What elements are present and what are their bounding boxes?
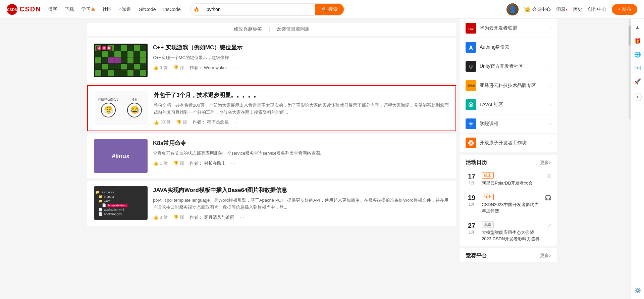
article-thumb-java: 📁resources 📁mapper 📁word 📄template.docx … bbox=[94, 186, 148, 220]
plus-btn[interactable]: + bbox=[634, 93, 642, 101]
thumb-up-icon: 👍 bbox=[153, 65, 158, 70]
more-options-k8s[interactable]: ··· bbox=[231, 160, 235, 166]
java-thumb-art: 📁resources 📁mapper 📁word 📄template.docx … bbox=[94, 186, 148, 220]
rocket-btn[interactable]: 🚀 bbox=[632, 75, 644, 87]
search-bar: 🔥 🔍 搜索 bbox=[190, 3, 344, 16]
search-icon: 🔍 bbox=[321, 7, 327, 12]
unity-logo: U bbox=[466, 61, 476, 72]
thumb-down-icon: 👎 bbox=[176, 120, 181, 125]
nav-community[interactable]: 社区 bbox=[102, 6, 112, 12]
expand-icon[interactable]: ⤢ bbox=[547, 222, 551, 229]
meme-left: 有编程功底么？ 😤 bbox=[97, 93, 120, 123]
more-options-cpp[interactable]: ··· bbox=[232, 65, 237, 71]
msg-dot: ● bbox=[566, 8, 568, 11]
more-options-outsource[interactable]: ··· bbox=[234, 119, 238, 125]
more-options-java[interactable]: ··· bbox=[240, 214, 244, 220]
like-count-cpp[interactable]: 👍 9 赞 bbox=[153, 65, 168, 71]
amazon-logo: 亚马逊 bbox=[466, 80, 476, 91]
sidebar-item-huawei[interactable]: HW 华为云开发者联盟 › bbox=[460, 19, 557, 38]
sidebar-item-unity[interactable]: U Unity官方开发者社区 › bbox=[460, 57, 557, 76]
chevron-right-icon: › bbox=[550, 121, 551, 126]
activity-title-1[interactable]: CSDN2023中国开发者影响力年度评选 bbox=[482, 201, 541, 214]
member-center-btn[interactable]: 👑 会员中心 bbox=[524, 6, 551, 12]
article-desc-outsource: 整份文档一共有将近200页，全部为大家展示出来肯定是不太现实的，为了不影响大家的… bbox=[154, 102, 449, 116]
sidebar-item-amazon[interactable]: 亚马逊 亚马逊云科技技术品牌专区 › bbox=[460, 76, 557, 95]
author-java: 作者：雾月清风与谁同 bbox=[190, 214, 234, 220]
svg-point-11 bbox=[470, 104, 472, 106]
sidebar-item-laval[interactable]: LAVAL社区 › bbox=[460, 95, 557, 114]
headset-icon[interactable]: 🎧 bbox=[545, 194, 551, 201]
sidebar-partner-card: HW 华为云开发者联盟 › Authing身份云 › bbox=[460, 19, 557, 152]
history-btn[interactable]: 历史 bbox=[573, 6, 582, 12]
nav-zhidao[interactable]: ○知道 bbox=[119, 6, 131, 12]
search-button[interactable]: 🔍 搜索 bbox=[315, 4, 344, 15]
article-desc-k8s: 查看集群各节点的状态部署应用删除一个service服务查询service服务列表… bbox=[153, 150, 449, 157]
activity-title-0[interactable]: 阿里云PolarDB开发者大会 bbox=[482, 180, 543, 187]
sidebar-item-academy[interactable]: 学 学院课程 › bbox=[460, 114, 557, 134]
laval-logo bbox=[466, 99, 476, 110]
activity-title-2[interactable]: 大模型智能应用生态大会暨2023 CSDN开发者影响力盛典 bbox=[482, 229, 543, 242]
like-count-outsource[interactable]: 👍 33 赞 bbox=[154, 119, 171, 125]
dislike-k8s[interactable]: 👎 踩 bbox=[173, 160, 184, 166]
interest-divider: | bbox=[269, 27, 270, 32]
article-card-outsource[interactable]: 有编程功底么？ 😤 没有 😂 外包干了3个月，技术退步明显。。。。。 整份文档一… bbox=[87, 85, 456, 131]
chevron-right-icon: › bbox=[550, 64, 551, 69]
dislike-java[interactable]: 👎 踩 bbox=[173, 214, 184, 220]
feedback-link[interactable]: 反馈信息流问题 bbox=[277, 26, 310, 32]
authing-label: Authing身份云 bbox=[480, 44, 547, 50]
chevron-right-icon: › bbox=[550, 26, 551, 31]
nav-learn[interactable]: 学习新 bbox=[82, 6, 95, 12]
contest-more-btn[interactable]: 更多> bbox=[540, 253, 551, 259]
activity-info-0: 线上 阿里云PolarDB开发者大会 bbox=[482, 172, 543, 187]
nav-gitcode[interactable]: GitCode bbox=[139, 7, 156, 12]
panel-divider bbox=[633, 90, 642, 90]
sidebar: HW 华为云开发者联盟 › Authing身份云 › bbox=[456, 19, 557, 265]
article-body-cpp: C++ 实现游戏（例如MC）键位显示 C++实现一个MC的键位显示，超级像样 👍… bbox=[153, 44, 449, 77]
scroll-top-btn[interactable]: ▲ bbox=[632, 21, 644, 34]
interest-tag-link[interactable]: 修改兴趣标签 bbox=[234, 26, 262, 32]
meme-right: 没有 😂 bbox=[123, 93, 146, 123]
content-area: 修改兴趣标签 | 反馈信息流问题 A S D bbox=[87, 19, 456, 265]
article-body-java: JAVA实现向Word模板中插入Base64图片和数据信息 poi-tl（poi… bbox=[153, 186, 449, 220]
thumb-down-icon: 👎 bbox=[173, 215, 178, 220]
dislike-cpp[interactable]: 👎 踩 bbox=[173, 65, 184, 71]
thumb-up-icon: 👍 bbox=[154, 120, 159, 125]
activity-more-btn[interactable]: 更多> bbox=[540, 160, 551, 166]
sidebar-item-authing[interactable]: Authing身份云 › bbox=[460, 38, 557, 57]
nav-download[interactable]: 下载 bbox=[65, 6, 74, 12]
nav-blog[interactable]: 博客 bbox=[48, 6, 57, 12]
mail-btn[interactable]: 📧 bbox=[632, 62, 644, 74]
dislike-outsource[interactable]: 👎 踩 bbox=[176, 119, 187, 125]
search-input[interactable] bbox=[202, 4, 315, 15]
linux-thumb-art: #linux bbox=[94, 139, 148, 173]
article-card-cpp[interactable]: A S D C++ 实现游戏（例如MC）键位显示 C++实现一个MC的键位显示，… bbox=[87, 38, 456, 83]
nav-inscode[interactable]: InsCode bbox=[163, 7, 181, 12]
earth-btn[interactable]: 🌐 bbox=[632, 48, 644, 60]
sidebar-item-openatom[interactable]: 开放原子开发者工作坊 › bbox=[460, 134, 557, 152]
thumb-up-icon: 👍 bbox=[153, 161, 158, 166]
csdn-logo-icon: CSDN bbox=[7, 4, 17, 15]
article-body-outsource: 外包干了3个月，技术退步明显。。。。。 整份文档一共有将近200页，全部为大家展… bbox=[154, 91, 449, 125]
logo-area[interactable]: CSDN CSDN bbox=[7, 4, 41, 15]
like-count-k8s[interactable]: 👍 1 赞 bbox=[153, 160, 168, 166]
article-card-k8s[interactable]: #linux K8s常用命令 查看集群各节点的状态部署应用删除一个service… bbox=[87, 134, 456, 178]
author-outsource: 作者：程序员念姐 bbox=[193, 119, 229, 125]
thumb-up-icon: 👍 bbox=[153, 215, 158, 220]
chevron-right-icon: › bbox=[550, 102, 551, 107]
contest-title: 竞赛平台 更多> bbox=[460, 248, 557, 262]
publish-button[interactable]: + 发布 bbox=[612, 4, 637, 15]
message-btn[interactable]: 消息● bbox=[556, 6, 568, 12]
article-card-java[interactable]: 📁resources 📁mapper 📁word 📄template.docx … bbox=[87, 181, 456, 226]
author-k8s: 作者：村长在路上 bbox=[190, 160, 226, 166]
thumb-down-icon: 👎 bbox=[173, 65, 178, 70]
svg-text:学: 学 bbox=[469, 122, 473, 127]
svg-text:HW: HW bbox=[469, 28, 474, 31]
create-center-btn[interactable]: 创作中心 bbox=[588, 6, 606, 12]
like-count-java[interactable]: 👍 3 赞 bbox=[153, 214, 168, 220]
gift-btn[interactable]: 🎁 bbox=[632, 35, 644, 47]
main-nav: 博客 下载 学习新 社区 ○知道 GitCode InsCode bbox=[48, 6, 181, 12]
avatar[interactable]: 👤 bbox=[506, 3, 519, 15]
qr-icon[interactable]: ⊞ bbox=[547, 173, 551, 179]
activity-date-2: 27 1月 bbox=[466, 221, 478, 235]
article-meta-k8s: 👍 1 赞 👎 踩 作者：村长在路上 ··· bbox=[153, 160, 449, 166]
